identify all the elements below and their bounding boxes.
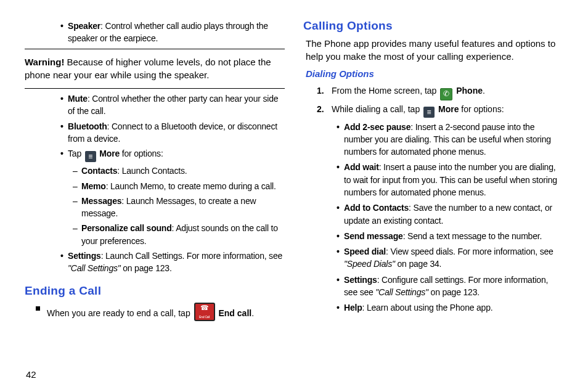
divider-bottom bbox=[25, 88, 285, 89]
term-wait: Add wait bbox=[344, 162, 379, 172]
more-icon bbox=[85, 151, 96, 162]
opt-pause: Add 2-sec pause: Insert a 2-second pause… bbox=[344, 121, 563, 158]
item-mute: Mute: Control whether the other party ca… bbox=[68, 92, 285, 118]
more-options-list: Contacts: Launch Contacts. Memo: Launch … bbox=[68, 165, 285, 247]
ref-call-settings: "Call Settings" bbox=[68, 263, 121, 273]
ending-call-list: When you are ready to end a call, tap En… bbox=[25, 303, 285, 321]
step2-label: More bbox=[436, 104, 459, 114]
desc-help: : Learn about using the Phone app. bbox=[362, 303, 493, 312]
term-bluetooth: Bluetooth bbox=[68, 121, 107, 131]
call-options-list-top: Speaker: Control whether call audio play… bbox=[25, 20, 285, 45]
term-send: Send message bbox=[344, 231, 403, 241]
dialing-options-list: Add 2-sec pause: Insert a 2-second pause… bbox=[332, 121, 563, 314]
step1-post: . bbox=[483, 86, 485, 96]
term-pause: Add 2-sec pause bbox=[344, 122, 410, 132]
opt-send: Send message: Send a text message to the… bbox=[344, 230, 563, 242]
opt-help: Help: Learn about using the Phone app. bbox=[344, 301, 563, 314]
more-contacts: Contacts: Launch Contacts. bbox=[81, 165, 285, 177]
tail-settings: on page 123. bbox=[121, 263, 172, 273]
term-help: Help bbox=[344, 303, 362, 312]
step2-post: for options: bbox=[459, 104, 504, 114]
opt-settings: Settings: Configure call settings. For m… bbox=[344, 274, 563, 299]
opt-wait: Add wait: Insert a pause into the number… bbox=[344, 161, 563, 198]
tap-more-pre: Tap bbox=[68, 149, 84, 158]
term-settings: Settings bbox=[68, 251, 101, 261]
item-bluetooth: Bluetooth: Connect to a Bluetooth device… bbox=[68, 120, 285, 145]
desc-mute: : Control whether the other party can he… bbox=[68, 94, 278, 116]
heading-ending-call: Ending a Call bbox=[25, 282, 285, 300]
step2-num: 2. bbox=[317, 103, 324, 115]
term-memo: Memo bbox=[81, 181, 106, 191]
opt-contacts: Add to Contacts: Save the number to a ne… bbox=[344, 202, 563, 227]
left-column: Speaker: Control whether call audio play… bbox=[25, 17, 285, 386]
tail-call-settings: on page 123. bbox=[428, 287, 480, 297]
desc-send: : Send a text message to the number. bbox=[403, 231, 542, 241]
calling-options-intro: The Phone app provides many useful featu… bbox=[306, 37, 563, 64]
desc-memo: : Launch Memo, to create memo during a c… bbox=[106, 181, 276, 191]
desc-speed: : View speed dials. For more information… bbox=[386, 247, 553, 256]
call-options-list: Mute: Control whether the other party ca… bbox=[25, 92, 285, 275]
desc-contacts: : Launch Contacts. bbox=[117, 166, 187, 176]
ending-label: End call bbox=[216, 308, 252, 318]
more-memo: Memo: Launch Memo, to create memo during… bbox=[81, 180, 285, 192]
ending-call-item: When you are ready to end a call, tap En… bbox=[47, 303, 285, 321]
more-personalize: Personalize call sound: Adjust sounds on… bbox=[81, 222, 285, 247]
warning-lead: Warning! bbox=[25, 57, 64, 67]
phone-icon bbox=[440, 88, 452, 100]
page-root: Speaker: Control whether call audio play… bbox=[0, 0, 588, 392]
ending-post: . bbox=[251, 308, 254, 318]
term-contacts: Contacts bbox=[81, 166, 117, 176]
ref-speed: "Speed Dials" bbox=[344, 259, 395, 269]
heading-calling-options: Calling Options bbox=[303, 17, 563, 35]
end-call-icon bbox=[194, 303, 215, 321]
step1-pre: From the Home screen, tap bbox=[332, 86, 439, 96]
heading-dialing-options: Dialing Options bbox=[306, 67, 563, 81]
step1-label: Phone bbox=[454, 86, 483, 96]
term-speaker: Speaker bbox=[68, 21, 100, 31]
more-messages: Messages: Launch Messages, to create a n… bbox=[81, 195, 285, 220]
term-personalize: Personalize call sound bbox=[81, 223, 172, 233]
desc-settings: : Launch Call Settings. For more informa… bbox=[101, 251, 282, 261]
opt-speed: Speed dial: View speed dials. For more i… bbox=[344, 245, 563, 271]
term-speed: Speed dial bbox=[344, 247, 386, 256]
tap-more-post: for options: bbox=[120, 149, 163, 158]
item-speaker: Speaker: Control whether call audio play… bbox=[68, 20, 285, 45]
term-add-contacts: Add to Contacts bbox=[344, 203, 409, 213]
item-tap-more: Tap More for options: Contacts: Launch C… bbox=[68, 147, 285, 247]
divider-top bbox=[25, 49, 285, 49]
dialing-steps: 1. From the Home screen, tap Phone. 2. W… bbox=[303, 84, 563, 314]
step-2: 2. While dialing a call, tap More for op… bbox=[332, 103, 563, 314]
warning-block: Warning! Because of higher volume levels… bbox=[25, 53, 285, 85]
page-number: 42 bbox=[26, 369, 36, 380]
term-mute: Mute bbox=[68, 94, 88, 104]
tail-speed: on page 34. bbox=[395, 259, 441, 269]
more-icon bbox=[423, 107, 435, 118]
ref-call-settings: "Call Settings" bbox=[375, 287, 428, 297]
item-settings: Settings: Launch Call Settings. For more… bbox=[68, 250, 285, 275]
ending-pre: When you are ready to end a call, tap bbox=[47, 308, 193, 318]
step2-pre: While dialing a call, tap bbox=[332, 104, 422, 114]
step1-num: 1. bbox=[317, 84, 324, 97]
tap-more-label: More bbox=[97, 149, 120, 158]
term-call-settings: Settings bbox=[344, 275, 377, 285]
right-column: Calling Options The Phone app provides m… bbox=[303, 17, 563, 386]
step-1: 1. From the Home screen, tap Phone. bbox=[332, 84, 563, 100]
term-messages: Messages bbox=[81, 196, 121, 206]
